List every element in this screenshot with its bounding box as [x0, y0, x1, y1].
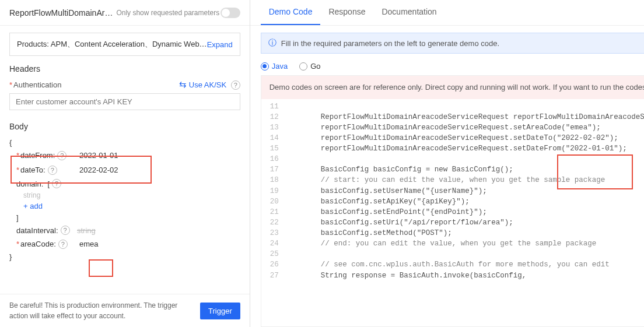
code-line: 18 // start: you can edit the value, whe…	[261, 175, 644, 185]
page-title: ReportFlowMultiDomainAr…	[9, 8, 113, 17]
help-icon[interactable]: ?	[52, 179, 61, 188]
dateto-label: dateTo	[20, 166, 43, 174]
param-datainterval: dataInterval :? string	[9, 224, 240, 237]
help-icon[interactable]: ?	[231, 80, 240, 90]
help-icon[interactable]: ?	[57, 151, 66, 160]
expand-link[interactable]: Expand	[207, 40, 233, 49]
code-line: 26 // see com.cnc.wplus.auth.BasicAuth f…	[261, 259, 644, 270]
code-line: 23 basicConfig.setMethod("POST");	[261, 228, 644, 238]
dateto-input[interactable]	[77, 164, 147, 175]
open-brace: {	[9, 137, 240, 148]
datainterval-label: dataInterval	[16, 226, 56, 235]
body-title: Body	[9, 122, 240, 131]
param-dateto: dateTo :?	[9, 163, 240, 177]
param-datefrom: dateFrom :?	[9, 148, 240, 163]
datefrom-label: dateFrom	[20, 151, 53, 160]
code-line: 13 reportFlowMultiDomainAreacodeServiceR…	[261, 122, 644, 133]
code-warning: Demo codes on screen are for reference o…	[261, 76, 644, 99]
colon: :	[41, 180, 44, 188]
code-line: 21 basicConfig.setEndPoint("{endPoint}")…	[261, 207, 644, 217]
api-key-input[interactable]	[9, 93, 240, 110]
info-icon: ⓘ	[268, 38, 276, 48]
code-line: 16	[261, 154, 644, 164]
footer-warning: Be careful! This is production environme…	[9, 300, 194, 321]
info-bar: ⓘ Fill in the required parameters on the…	[261, 33, 644, 54]
code-block[interactable]: 1112 ReportFlowMultiDomainAreacodeServic…	[261, 99, 644, 327]
datefrom-input[interactable]	[77, 150, 147, 161]
param-domain: domain : [?	[9, 177, 240, 190]
help-icon[interactable]: ?	[48, 166, 57, 175]
tab-documentation[interactable]: Documentation	[373, 0, 444, 25]
radio-circle-icon	[299, 62, 307, 71]
radio-go[interactable]: Go	[299, 62, 320, 71]
param-areacode: areaCode :?	[9, 237, 240, 251]
info-text: Fill in the required parameters on the l…	[281, 39, 499, 48]
code-line: 19 basicConfig.setUserName("{userName}")…	[261, 186, 644, 196]
auth-label: Authentication	[9, 80, 61, 89]
tab-response[interactable]: Response	[320, 0, 373, 25]
code-line: 25	[261, 249, 644, 259]
use-aksk-link[interactable]: ⇆Use AK/SK	[179, 79, 226, 90]
only-show-toggle[interactable]	[220, 8, 240, 18]
domain-type: string	[23, 190, 240, 201]
only-show-label: Only show requested parameters	[116, 9, 220, 17]
radio-java-label: Java	[272, 62, 288, 71]
products-text: Products: APM、Content Acceleration、Dynam…	[17, 39, 207, 50]
code-line: 12 ReportFlowMultiDomainAreacodeServiceR…	[261, 112, 644, 122]
close-brace: }	[9, 251, 240, 262]
radio-go-label: Go	[310, 62, 320, 71]
datainterval-type: string	[77, 226, 96, 235]
code-line: 24 // end: you can edit the value, when …	[261, 238, 644, 249]
help-icon[interactable]: ?	[61, 226, 70, 235]
code-line: 22 basicConfig.setUri("/api/report/flow/…	[261, 217, 644, 228]
help-icon[interactable]: ?	[58, 240, 68, 249]
code-line: 14 reportFlowMultiDomainAreacodeServiceR…	[261, 133, 644, 143]
code-line: 17 BasicConfig basicConfig = new BasicCo…	[261, 164, 644, 175]
code-line: 15 reportFlowMultiDomainAreacodeServiceR…	[261, 143, 644, 154]
tab-demo-code[interactable]: Demo Code	[261, 0, 321, 25]
close-bracket: ]	[9, 212, 240, 224]
domain-label: domain	[16, 180, 41, 188]
colon: :	[53, 151, 55, 160]
use-aksk-text: Use AK/SK	[189, 80, 226, 89]
code-line: 20 basicConfig.setApiKey("{apiKey}");	[261, 196, 644, 207]
radio-circle-icon	[261, 62, 269, 71]
swap-icon: ⇆	[179, 79, 187, 90]
headers-title: Headers	[9, 64, 240, 73]
add-domain-link[interactable]: + add	[23, 201, 43, 212]
products-box: Products: APM、Content Acceleration、Dynam…	[9, 33, 240, 56]
code-line: 11	[261, 101, 644, 112]
trigger-button[interactable]: Trigger	[200, 303, 240, 319]
radio-java[interactable]: Java	[261, 62, 288, 71]
code-line: 27 String response = BasicAuth.invoke(ba…	[261, 270, 644, 281]
colon: :	[43, 166, 46, 174]
areacode-input[interactable]	[77, 238, 147, 249]
colon: :	[56, 226, 58, 235]
areacode-label: areaCode	[20, 240, 54, 248]
colon: :	[54, 240, 56, 248]
